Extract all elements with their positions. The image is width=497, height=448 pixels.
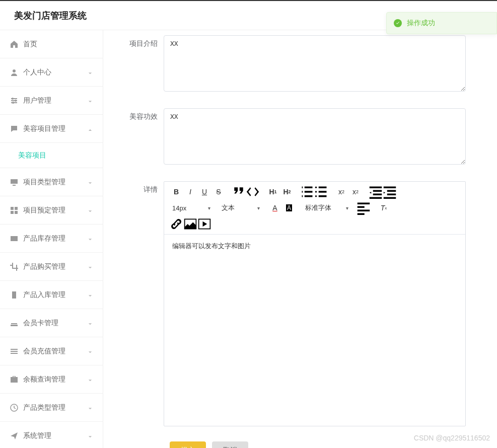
- main-form: 项目介绍 美容功效 详情 B I U S: [103, 30, 497, 448]
- sidebar-label: 会员充值管理: [23, 347, 88, 356]
- chevron-down-icon: [88, 207, 94, 213]
- list-icon: [10, 347, 18, 355]
- image-button[interactable]: [183, 217, 197, 231]
- chat-icon: [10, 125, 18, 133]
- chevron-down-icon: [88, 69, 94, 76]
- sidebar-label: 产品入库管理: [23, 290, 88, 300]
- chevron-down-icon: [88, 405, 94, 411]
- chevron-down-icon: [88, 179, 94, 185]
- editor-toolbar: B I U S H1 H2 x2: [164, 182, 465, 235]
- ul-button[interactable]: [314, 185, 328, 199]
- home-icon: [10, 40, 18, 48]
- grid-icon: [10, 206, 18, 214]
- h1-button[interactable]: H1: [266, 185, 280, 199]
- label-detail: 详情: [113, 181, 164, 426]
- subscript-button[interactable]: x2: [334, 185, 348, 199]
- sidebar-item-10[interactable]: 会员充值管理: [0, 337, 103, 365]
- chevron-down-icon: [88, 348, 94, 354]
- sidebar-label: 个人中心: [23, 68, 88, 77]
- crop-icon: [10, 263, 18, 271]
- font-size-select[interactable]: 14px: [169, 201, 212, 214]
- sidebar-item-13[interactable]: 系统管理: [0, 422, 103, 448]
- sidebar: 首页 个人中心 用户管理 美容项目管理 美容项目 项目类型管理 项目预定管理 产…: [0, 30, 103, 448]
- outdent-button[interactable]: [369, 185, 383, 199]
- clock-icon: [10, 404, 18, 412]
- heading-select[interactable]: 文本: [219, 201, 262, 214]
- bold-button[interactable]: B: [169, 185, 183, 199]
- app-title: 美发门店管理系统: [14, 10, 87, 22]
- sidebar-item-0[interactable]: 首页: [0, 30, 103, 58]
- svg-point-4: [315, 187, 317, 189]
- font-family-select[interactable]: 标准字体: [302, 201, 350, 214]
- sidebar-item-1[interactable]: 个人中心: [0, 58, 103, 87]
- rich-editor: B I U S H1 H2 x2: [164, 181, 466, 426]
- video-button[interactable]: [197, 217, 211, 231]
- sidebar-label: 余额查询管理: [23, 375, 88, 384]
- sidebar-item-5[interactable]: 项目预定管理: [0, 196, 103, 225]
- briefcase-icon: [10, 376, 18, 384]
- success-toast: 操作成功: [386, 12, 497, 34]
- h2-button[interactable]: H2: [280, 185, 294, 199]
- watermark: CSDN @qq2295116502: [414, 434, 490, 442]
- effect-textarea[interactable]: [164, 108, 466, 165]
- sidebar-item-4[interactable]: 项目类型管理: [0, 168, 103, 196]
- svg-point-5: [315, 191, 317, 193]
- text-color-button[interactable]: A: [268, 201, 282, 215]
- svg-point-2: [12, 102, 14, 104]
- message-icon: [10, 235, 18, 243]
- toast-text: 操作成功: [407, 19, 435, 28]
- layers-icon: [10, 319, 18, 327]
- person-icon: [10, 68, 18, 77]
- sidebar-item-6[interactable]: 产品库存管理: [0, 225, 103, 253]
- sidebar-label: 首页: [23, 40, 103, 49]
- chevron-down-icon: [88, 377, 94, 383]
- svg-point-1: [15, 100, 17, 102]
- intro-textarea[interactable]: [164, 35, 466, 92]
- code-button[interactable]: [246, 185, 260, 199]
- label-effect: 美容功效: [113, 108, 164, 166]
- sidebar-item-11[interactable]: 余额查询管理: [0, 365, 103, 394]
- italic-button[interactable]: I: [183, 185, 197, 199]
- sidebar-item-3[interactable]: 美容项目管理: [0, 115, 103, 143]
- chevron-up-icon: [88, 126, 94, 132]
- sidebar-label: 产品库存管理: [23, 234, 88, 243]
- sidebar-label: 系统管理: [23, 431, 88, 440]
- editor-content[interactable]: 编辑器可以发布文字和图片: [164, 235, 465, 426]
- sidebar-item-8[interactable]: 产品入库管理: [0, 281, 103, 309]
- monitor-icon: [10, 178, 18, 186]
- sidebar-label: 产品购买管理: [23, 262, 88, 271]
- superscript-button[interactable]: x2: [348, 185, 363, 199]
- svg-point-0: [12, 98, 14, 100]
- sliders-icon: [10, 97, 18, 105]
- align-button[interactable]: [357, 201, 371, 215]
- sidebar-item-2[interactable]: 用户管理: [0, 87, 103, 115]
- sidebar-subitem[interactable]: 美容项目: [0, 143, 103, 168]
- sidebar-item-9[interactable]: 会员卡管理: [0, 309, 103, 337]
- quote-button[interactable]: [232, 185, 246, 199]
- sidebar-label: 产品类型管理: [23, 403, 88, 412]
- underline-button[interactable]: U: [197, 185, 211, 199]
- submit-button[interactable]: 提交: [170, 441, 206, 448]
- phone-icon: [10, 291, 18, 299]
- sidebar-item-7[interactable]: 产品购买管理: [0, 253, 103, 281]
- indent-button[interactable]: [383, 185, 397, 199]
- clear-format-button[interactable]: Tx: [377, 201, 391, 215]
- chevron-down-icon: [88, 292, 94, 298]
- chevron-down-icon: [88, 236, 94, 242]
- strike-button[interactable]: S: [211, 185, 226, 199]
- sidebar-label: 项目类型管理: [23, 178, 88, 187]
- sidebar-label: 项目预定管理: [23, 206, 88, 215]
- chevron-down-icon: [88, 320, 94, 326]
- cancel-button[interactable]: 取消: [212, 441, 248, 448]
- svg-point-6: [315, 195, 317, 197]
- sidebar-item-12[interactable]: 产品类型管理: [0, 394, 103, 422]
- chevron-down-icon: [88, 98, 94, 104]
- sidebar-label: 用户管理: [23, 96, 88, 105]
- sidebar-label: 会员卡管理: [23, 319, 88, 328]
- label-intro: 项目介绍: [113, 35, 164, 93]
- sidebar-label: 美容项目管理: [23, 124, 88, 133]
- chevron-down-icon: [88, 264, 94, 270]
- link-button[interactable]: [169, 217, 183, 231]
- ol-button[interactable]: [300, 185, 314, 199]
- bg-color-button[interactable]: A: [282, 201, 296, 215]
